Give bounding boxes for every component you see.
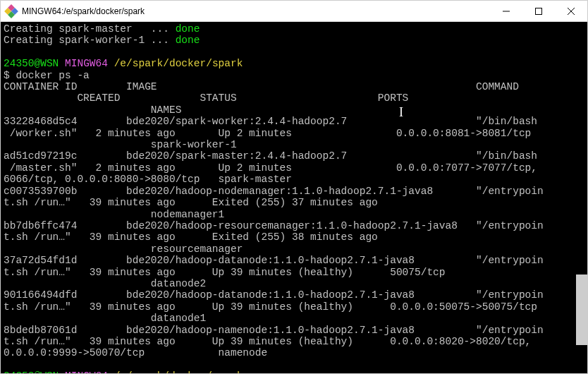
table-row: 37a72d54fd1d bde2020/hadoop-datanode:1.1… (4, 255, 544, 266)
creating-line: Creating spark-worker-1 ... done (4, 35, 200, 46)
table-row: bb7db6ffc474 bde2020/hadoop-resourcemana… (4, 220, 544, 231)
command-line: $ docker ps -a (4, 70, 90, 81)
scrollbar[interactable] (576, 275, 587, 345)
table-row: ad51cd97219c bde2020/spark-master:2.4.4-… (4, 150, 537, 162)
text-cursor-icon: I (399, 107, 403, 118)
app-icon (4, 4, 18, 18)
table-row: t.sh /run…" 39 minutes ago Up 39 minutes… (4, 267, 549, 278)
table-row: t.sh /run…" 39 minutes ago Exited (255) … (4, 231, 549, 243)
prompt-line: 24350@WSN MINGW64 /e/spark/docker/spark (4, 58, 243, 69)
table-row: t.sh /run…" 39 minutes ago Up 39 minutes… (4, 336, 537, 347)
table-row: spark-worker-1 (4, 139, 237, 150)
table-row: t.sh /run…" 39 minutes ago Up 39 minutes… (4, 301, 549, 313)
table-row: datanode2 (4, 278, 206, 289)
table-row: datanode1 (4, 313, 206, 324)
table-row: 33228468d5c4 bde2020/spark-worker:2.4.4-… (4, 116, 537, 127)
prompt-line: 24350@WSN MINGW64 /e/spark/docker/spark (4, 370, 243, 373)
table-row: t.sh /run…" 39 minutes ago Exited (255) … (4, 197, 549, 208)
window-title: MINGW64:/e/spark/docker/spark (22, 6, 490, 16)
table-row: 901166494dfd bde2020/hadoop-datanode:1.1… (4, 289, 544, 301)
table-row: /master.sh" 2 minutes ago Up 2 minutes 0… (4, 162, 544, 174)
maximize-button[interactable] (522, 1, 555, 22)
table-row: c0073539700b bde2020/hadoop-nodemanager:… (4, 186, 544, 197)
table-row: 6066/tcp, 0.0.0.0:8080->8080/tcp spark-m… (4, 174, 292, 185)
svg-rect-1 (536, 8, 542, 14)
table-row: nodemanager1 (4, 209, 224, 220)
window-controls (490, 1, 587, 22)
table-row: 8bdedb87061d bde2020/hadoop-namenode:1.1… (4, 325, 544, 336)
table-row: resourcemanager (4, 243, 243, 255)
creating-line: Creating spark-master ... done (4, 23, 200, 35)
header-line: CONTAINER ID IMAGE COMMAND (4, 81, 537, 92)
minimize-button[interactable] (490, 1, 522, 22)
table-row: /worker.sh" 2 minutes ago Up 2 minutes 0… (4, 128, 556, 139)
titlebar[interactable]: MINGW64:/e/spark/docker/spark (1, 1, 587, 22)
header-line: CREATED STATUS PORTS (4, 92, 537, 104)
terminal-window: MINGW64:/e/spark/docker/spark Creating s… (0, 0, 588, 374)
terminal-area[interactable]: Creating spark-master ... done Creating … (1, 22, 587, 373)
close-button[interactable] (555, 1, 587, 22)
header-line: NAMES (4, 104, 181, 116)
table-row: 0.0.0.0:9999->50070/tcp namenode (4, 347, 267, 358)
